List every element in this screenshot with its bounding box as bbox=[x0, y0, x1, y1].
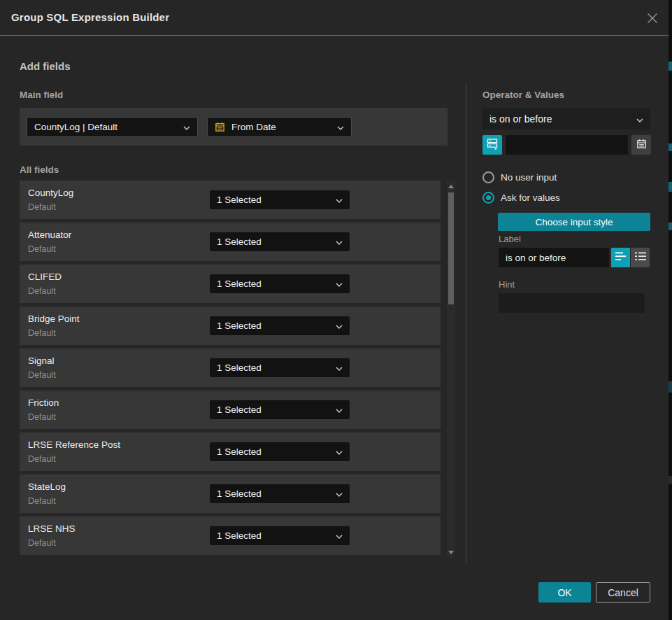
all-fields-list: CountyLog Default 1 Selected Attenuator … bbox=[20, 181, 441, 555]
field-selected-value: 1 Selected bbox=[217, 404, 330, 415]
dialog-title: Group SQL Expression Builder bbox=[11, 11, 169, 23]
chevron-down-icon bbox=[336, 488, 343, 499]
chevron-down-icon bbox=[336, 446, 343, 457]
background-fragment bbox=[669, 143, 672, 151]
main-field-layer-select[interactable]: CountyLog | Default bbox=[27, 117, 198, 137]
field-sublabel: Default bbox=[28, 328, 56, 338]
radio-circle-icon bbox=[482, 171, 494, 183]
field-selected-value: 1 Selected bbox=[217, 530, 330, 541]
layer-select-value: CountyLog | Default bbox=[34, 122, 178, 132]
field-selected-dropdown[interactable]: 1 Selected bbox=[210, 484, 350, 503]
field-selected-dropdown[interactable]: 1 Selected bbox=[210, 442, 350, 461]
field-row: Friction Default 1 Selected bbox=[20, 390, 441, 429]
label-input[interactable] bbox=[499, 248, 609, 267]
field-name: Attenuator bbox=[28, 230, 71, 240]
field-selected-dropdown[interactable]: 1 Selected bbox=[210, 400, 350, 419]
hint-caption: Hint bbox=[499, 279, 515, 290]
field-row: LRSE Reference Post Default 1 Selected bbox=[20, 432, 441, 471]
field-selected-value: 1 Selected bbox=[217, 446, 330, 457]
chevron-down-icon bbox=[337, 122, 344, 132]
bulleted-list-icon bbox=[635, 252, 646, 263]
field-name: StateLog bbox=[28, 481, 66, 492]
field-selected-dropdown[interactable]: 1 Selected bbox=[210, 232, 350, 251]
operator-select[interactable]: is on or before bbox=[482, 108, 650, 129]
panel-divider bbox=[466, 84, 466, 563]
field-selected-dropdown[interactable]: 1 Selected bbox=[210, 316, 350, 335]
date-picker-button[interactable] bbox=[631, 135, 651, 155]
value-input[interactable] bbox=[506, 135, 628, 155]
background-fragment bbox=[669, 182, 672, 192]
field-name: CountyLog bbox=[28, 188, 73, 198]
close-icon[interactable] bbox=[645, 11, 659, 25]
field-selected-value: 1 Selected bbox=[217, 320, 330, 331]
chevron-down-icon bbox=[336, 237, 343, 247]
hint-input[interactable] bbox=[499, 293, 645, 313]
choose-input-style-button[interactable]: Choose input style bbox=[498, 213, 650, 231]
field-row: Attenuator Default 1 Selected bbox=[20, 223, 441, 261]
field-sublabel: Default bbox=[28, 286, 56, 296]
background-fragment bbox=[669, 476, 672, 484]
scrollbar-thumb[interactable] bbox=[448, 192, 454, 304]
chevron-down-icon bbox=[336, 362, 343, 373]
field-name: CLIFED bbox=[28, 272, 62, 282]
scroll-down-arrow-icon[interactable] bbox=[448, 551, 454, 554]
all-fields-label: All fields bbox=[20, 164, 59, 175]
field-selected-dropdown[interactable]: 1 Selected bbox=[210, 526, 350, 545]
main-field-date-select[interactable]: From Date bbox=[207, 117, 352, 137]
radio-no-user-input-label: No user input bbox=[501, 172, 557, 183]
ok-button[interactable]: OK bbox=[538, 582, 591, 603]
radio-no-user-input[interactable]: No user input bbox=[482, 171, 557, 183]
calendar-icon bbox=[215, 122, 225, 132]
label-style-align-left-toggle[interactable] bbox=[611, 248, 630, 267]
main-field-row: CountyLog | Default From Date bbox=[20, 108, 448, 146]
list-scrollbar[interactable] bbox=[447, 181, 455, 558]
radio-ask-for-values-label: Ask for values bbox=[501, 192, 560, 203]
operator-select-value: is on or before bbox=[489, 113, 631, 125]
scroll-up-arrow-icon[interactable] bbox=[448, 185, 454, 188]
field-sublabel: Default bbox=[28, 412, 56, 422]
value-input-type-button[interactable] bbox=[482, 135, 502, 155]
background-app-strip bbox=[669, 0, 672, 620]
chevron-down-icon bbox=[336, 404, 343, 415]
label-style-list-toggle[interactable] bbox=[631, 248, 650, 267]
group-sql-expression-builder-dialog: Group SQL Expression Builder Add fields … bbox=[0, 0, 669, 620]
background-fragment bbox=[669, 381, 672, 393]
dialog-titlebar: Group SQL Expression Builder bbox=[0, 0, 669, 36]
field-row: StateLog Default 1 Selected bbox=[20, 474, 441, 513]
field-selected-dropdown[interactable]: 1 Selected bbox=[210, 358, 350, 377]
field-row: Signal Default 1 Selected bbox=[20, 348, 441, 387]
field-name: Bridge Point bbox=[28, 313, 80, 324]
field-selected-dropdown[interactable]: 1 Selected bbox=[210, 190, 350, 209]
date-select-value: From Date bbox=[231, 122, 331, 132]
field-selected-dropdown[interactable]: 1 Selected bbox=[210, 274, 350, 293]
field-sublabel: Default bbox=[28, 496, 56, 506]
unique-values-icon bbox=[487, 138, 498, 152]
chevron-down-icon bbox=[336, 195, 343, 205]
calendar-icon bbox=[636, 139, 647, 151]
field-row: CLIFED Default 1 Selected bbox=[20, 265, 441, 303]
field-row: CountyLog Default 1 Selected bbox=[20, 181, 441, 219]
field-name: Friction bbox=[28, 397, 59, 408]
field-selected-value: 1 Selected bbox=[217, 237, 330, 247]
field-sublabel: Default bbox=[28, 202, 56, 212]
radio-circle-icon bbox=[482, 192, 494, 204]
radio-ask-for-values[interactable]: Ask for values bbox=[482, 192, 560, 204]
field-selected-value: 1 Selected bbox=[217, 488, 330, 499]
chevron-down-icon bbox=[636, 113, 643, 125]
field-sublabel: Default bbox=[28, 370, 56, 380]
background-fragment bbox=[669, 223, 672, 230]
field-row: Bridge Point Default 1 Selected bbox=[20, 307, 441, 345]
field-sublabel: Default bbox=[28, 454, 56, 464]
chevron-down-icon bbox=[336, 320, 343, 331]
main-field-label: Main field bbox=[20, 90, 63, 100]
field-sublabel: Default bbox=[28, 538, 56, 548]
operator-values-label: Operator & Values bbox=[482, 90, 564, 100]
chevron-down-icon bbox=[183, 122, 190, 132]
field-name: LRSE Reference Post bbox=[28, 439, 120, 450]
field-name: LRSE NHS bbox=[28, 523, 76, 534]
cancel-button[interactable]: Cancel bbox=[596, 582, 650, 603]
align-left-icon bbox=[615, 252, 627, 263]
chevron-down-icon bbox=[336, 279, 343, 289]
field-name: Signal bbox=[28, 355, 55, 366]
field-selected-value: 1 Selected bbox=[217, 362, 330, 373]
